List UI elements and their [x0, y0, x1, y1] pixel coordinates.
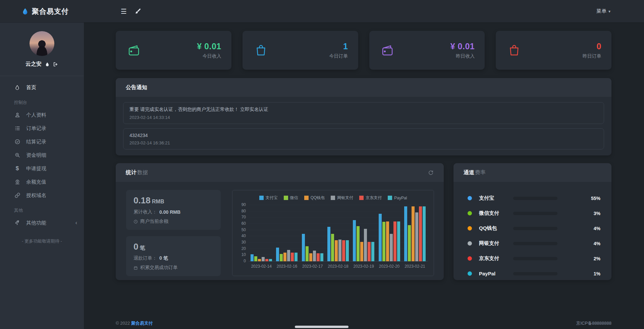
legend-swatch-icon: [259, 196, 264, 200]
x-tick-label: 2023-02-21: [402, 264, 428, 269]
bar-PayPal[interactable]: [269, 259, 272, 261]
logout-icon[interactable]: [53, 62, 58, 67]
bar-PayPal[interactable]: [397, 221, 400, 261]
bar-支付宝[interactable]: [404, 206, 407, 261]
search-icon: [14, 152, 20, 158]
x-tick-label: 2023-02-17: [300, 264, 325, 269]
channel-dot-icon: [468, 271, 472, 276]
refresh-button[interactable]: [428, 170, 434, 176]
bar-支付宝[interactable]: [327, 227, 330, 261]
legend-item[interactable]: 京东支付: [359, 195, 382, 201]
bar-PayPal[interactable]: [371, 242, 374, 261]
footer-brand-link[interactable]: 聚合易支付: [131, 321, 153, 326]
legend-item[interactable]: QQ钱包: [304, 195, 325, 201]
x-tick-label: 2023-02-19: [351, 264, 376, 269]
coin-icon: [14, 179, 20, 185]
bar-PayPal[interactable]: [320, 253, 323, 261]
legend-item[interactable]: 支付宝: [259, 195, 278, 201]
sidebar-item-withdraw[interactable]: $ 申请提现: [0, 162, 84, 175]
wallet-icon: [127, 43, 141, 57]
legend-item[interactable]: 网银支付: [331, 195, 353, 201]
bar-支付宝[interactable]: [251, 254, 254, 261]
bar-QQ钱包[interactable]: [386, 221, 389, 261]
channel-percent: 1%: [594, 271, 600, 276]
legend-item[interactable]: PayPal: [388, 195, 407, 201]
bar-QQ钱包[interactable]: [283, 253, 286, 261]
bar-微信[interactable]: [254, 256, 257, 261]
bar-微信[interactable]: [408, 225, 411, 261]
sidebar-item-funds[interactable]: 资金明细: [0, 148, 84, 162]
bar-微信[interactable]: [357, 226, 360, 261]
horizontal-scrollbar[interactable]: [295, 326, 348, 328]
channel-percent: 4%: [594, 241, 600, 246]
shopping-bag-icon: [507, 43, 521, 57]
avatar[interactable]: [30, 31, 54, 56]
check-circle-icon: [14, 139, 20, 145]
bar-微信[interactable]: [280, 254, 283, 261]
bar-京东支付[interactable]: [368, 242, 371, 261]
sidebar-item-home[interactable]: 首页: [0, 81, 84, 94]
stat-label: 昨日收入: [450, 53, 475, 59]
bar-微信[interactable]: [306, 246, 309, 261]
bar-网银支付[interactable]: [262, 257, 265, 261]
bar-PayPal[interactable]: [294, 253, 298, 261]
sidebar-item-domains[interactable]: 授权域名: [0, 189, 84, 202]
bar-QQ钱包[interactable]: [309, 253, 312, 261]
channel-row: 京东支付2%: [468, 251, 600, 266]
sidebar-toggle-button[interactable]: ☰: [121, 8, 127, 15]
bar-QQ钱包[interactable]: [335, 240, 338, 261]
bar-微信[interactable]: [331, 234, 334, 261]
announcements-panel: 公告通知 重要 请完成实名认证，否则您的商户无法正常收款！ 立即实名认证2023…: [116, 78, 611, 155]
bar-支付宝[interactable]: [379, 214, 382, 261]
brand[interactable]: 聚合易支付: [0, 7, 84, 16]
announcement-item[interactable]: 43242342023-02-14 16:36:21: [123, 128, 604, 149]
bar-QQ钱包[interactable]: [258, 259, 261, 261]
legend-label: 支付宝: [266, 195, 278, 201]
legend-item[interactable]: 微信: [284, 195, 298, 201]
caret-down-icon: ▾: [608, 9, 610, 14]
channel-row: 支付宝55%: [468, 191, 600, 206]
sidebar-item-orders[interactable]: 订单记录: [0, 122, 84, 135]
bar-PayPal[interactable]: [423, 206, 426, 261]
bar-PayPal[interactable]: [346, 240, 349, 261]
sidebar-item-other-features[interactable]: 其他功能 ‹: [0, 216, 84, 229]
section-label-console: 控制台: [0, 94, 84, 108]
bar-网银支付[interactable]: [287, 250, 290, 261]
bar-网银支付[interactable]: [415, 212, 418, 261]
announcements-title: 公告通知: [126, 84, 147, 91]
channel-progress-bar: [513, 242, 557, 245]
announcement-list: 重要 请完成实名认证，否则您的商户无法正常收款！ 立即实名认证2023-02-1…: [116, 97, 611, 155]
bar-QQ钱包[interactable]: [360, 242, 363, 261]
bar-京东支付[interactable]: [291, 253, 294, 261]
bar-网银支付[interactable]: [364, 229, 367, 261]
bar-group: [325, 205, 351, 261]
bar-网银支付[interactable]: [313, 251, 316, 261]
bar-支付宝[interactable]: [276, 248, 279, 261]
bar-京东支付[interactable]: [419, 206, 422, 261]
menu-dropdown[interactable]: 菜单 ▾: [596, 8, 644, 14]
sidebar: 云之安 首页 控制台 个人资料: [0, 22, 84, 329]
bar-京东支付[interactable]: [265, 259, 268, 261]
bar-京东支付[interactable]: [393, 221, 396, 261]
channel-percent: 4%: [594, 226, 600, 231]
channel-progress-bar: [513, 197, 557, 200]
chart-y-axis: 0102030405060708090: [238, 205, 249, 261]
bar-微信[interactable]: [382, 222, 385, 261]
announcement-item[interactable]: 重要 请完成实名认证，否则您的商户无法正常收款！ 立即实名认证2023-02-1…: [123, 102, 604, 124]
sidebar-item-recharge[interactable]: 余额充值: [0, 175, 84, 189]
bar-QQ钱包[interactable]: [412, 206, 415, 261]
bar-网银支付[interactable]: [338, 240, 341, 261]
bar-支付宝[interactable]: [353, 220, 356, 261]
bar-京东支付[interactable]: [317, 253, 320, 261]
channel-progress-bar: [513, 272, 557, 275]
x-tick-label: 2023-02-14: [249, 264, 274, 269]
water-drop-icon[interactable]: [45, 62, 50, 67]
sidebar-item-settlements[interactable]: 结算记录: [0, 135, 84, 148]
hamburger-icon: ☰: [121, 8, 127, 15]
announcement-text: 重要 请完成实名认证，否则您的商户无法正常收款！ 立即实名认证: [129, 107, 598, 113]
bar-网银支付[interactable]: [390, 234, 393, 261]
theme-brush-button[interactable]: [135, 8, 141, 14]
bar-京东支付[interactable]: [342, 240, 345, 261]
sidebar-item-profile[interactable]: 个人资料: [0, 108, 84, 122]
bar-支付宝[interactable]: [302, 234, 305, 261]
